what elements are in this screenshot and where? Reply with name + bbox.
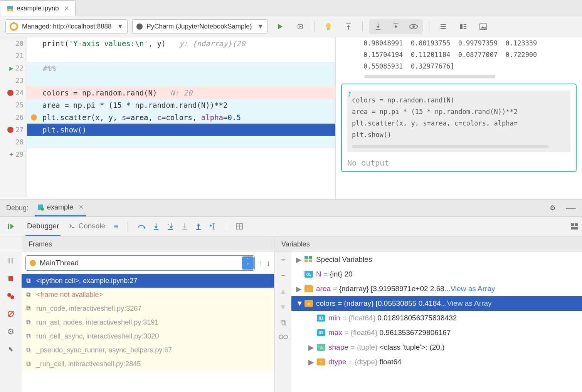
int-badge: 01: [317, 329, 325, 336]
frame-row[interactable]: ⧉<ipython cell>, example.ipynb:27: [22, 274, 274, 288]
add-watch-icon[interactable]: +: [281, 255, 286, 264]
code-editor[interactable]: print('Y-axis values:\n', y) y: {ndarray…: [27, 37, 335, 199]
mute-breakpoints-button[interactable]: [5, 308, 16, 319]
svg-text:IP: IP: [9, 9, 11, 11]
list-view-button[interactable]: [436, 19, 451, 34]
layout-icon[interactable]: [570, 223, 578, 230]
step-into-my-icon[interactable]: [167, 223, 174, 230]
minimize-icon[interactable]: —: [566, 202, 576, 214]
next-frame-icon[interactable]: ↓: [266, 259, 270, 268]
up-icon[interactable]: ▲: [279, 287, 287, 296]
line-num: 21: [16, 52, 24, 60]
frame-row[interactable]: ⧉_pseudo_sync_runner, async_helpers.py:6…: [22, 343, 274, 357]
var-row[interactable]: ▶≡dtype = {dtype} float64: [291, 355, 582, 369]
expand-icon[interactable]: ▶: [296, 285, 301, 293]
resume-button[interactable]: [7, 223, 15, 230]
svg-point-60: [7, 293, 11, 297]
glasses-icon[interactable]: [279, 334, 288, 340]
lightbulb-button[interactable]: [321, 19, 336, 34]
image-button[interactable]: [476, 19, 491, 34]
pause-button[interactable]: [5, 255, 16, 266]
run-cell-button[interactable]: [272, 19, 288, 34]
preview-cell[interactable]: ⤴ colors = np.random.rand(N) area = np.p…: [341, 84, 577, 172]
var-row[interactable]: ▶Special Variables: [291, 252, 582, 267]
expand-icon[interactable]: ▶: [308, 358, 314, 367]
kernel-dropdown[interactable]: PyCharm (JupyterNotebookSample) ▼: [132, 19, 268, 34]
svg-rect-69: [309, 256, 312, 259]
file-tabs: IP example.ipynb ×: [0, 0, 582, 16]
breakpoint-icon[interactable]: [7, 90, 13, 96]
view-as-array-link[interactable]: ...View as Array: [441, 299, 492, 307]
server-label: Managed: http://localhost:8888: [22, 23, 112, 30]
run-to-cursor-icon[interactable]: [209, 223, 217, 230]
chevron-down-icon: ▼: [117, 23, 124, 30]
gutter: 20 21 ▶22 23 24 25 26 27 28 +29: [0, 37, 27, 199]
evaluate-icon[interactable]: [235, 223, 243, 230]
force-step-icon[interactable]: [181, 223, 188, 230]
line-num: 23: [16, 77, 24, 84]
add-cell-icon[interactable]: +: [9, 151, 13, 158]
frame-icon: ⧉: [26, 347, 33, 353]
console-icon: [69, 223, 75, 229]
preview-button[interactable]: [406, 19, 421, 34]
close-icon[interactable]: ×: [64, 3, 69, 13]
up-arrow-button[interactable]: [388, 19, 404, 34]
frame-row[interactable]: ⧉<frame not available>: [22, 288, 274, 302]
separator: [128, 221, 128, 232]
debugger-tab[interactable]: Debugger: [25, 217, 61, 236]
step-out-icon[interactable]: [195, 223, 202, 230]
scrollbar[interactable]: [352, 145, 549, 148]
step-over-icon[interactable]: [137, 223, 146, 230]
outline-button[interactable]: [456, 19, 471, 34]
step-into-icon[interactable]: [153, 223, 160, 230]
thread-stepper[interactable]: ˄˅: [242, 256, 254, 270]
remove-watch-icon[interactable]: −: [281, 271, 286, 280]
svg-rect-59: [8, 276, 13, 281]
var-row[interactable]: ▼≡colors = {ndarray} [0.05530855 0.4184.…: [291, 296, 582, 311]
svg-rect-22: [460, 24, 463, 29]
settings-button[interactable]: ⚙: [5, 326, 16, 337]
collapse-icon[interactable]: ⤴: [348, 90, 351, 98]
pin-button[interactable]: [5, 344, 16, 355]
var-row[interactable]: 01N = {int} 20: [291, 267, 582, 281]
panels-header: Frames Variables: [0, 236, 582, 252]
down-icon[interactable]: ▼: [279, 303, 287, 312]
threads-icon[interactable]: ≡: [114, 222, 118, 231]
stop-button[interactable]: [5, 273, 16, 284]
expand-icon[interactable]: ▶: [296, 255, 301, 264]
move-down-button[interactable]: [370, 19, 386, 34]
separator: [226, 221, 226, 232]
svg-rect-71: [309, 260, 312, 262]
view-breakpoints-button[interactable]: [5, 291, 16, 302]
no-output-label: No output: [347, 158, 570, 168]
variables-panel: ▶Special Variables 01N = {int} 20 ▶≡area…: [291, 252, 582, 392]
console-tab[interactable]: Console: [67, 217, 107, 236]
close-icon[interactable]: ×: [79, 202, 84, 212]
breakpoint-icon[interactable]: [7, 127, 13, 133]
thread-select[interactable]: MainThread ˄˅: [25, 255, 255, 271]
file-tab-example[interactable]: IP example.ipynb ×: [0, 0, 76, 16]
var-row[interactable]: 01max = {float64} 0.9613536729806167: [291, 325, 582, 340]
scrollbar[interactable]: [364, 75, 495, 78]
prev-frame-icon[interactable]: ↑: [259, 259, 262, 268]
frame-row[interactable]: ⧉run_code, interactiveshell.py:3267: [22, 302, 274, 315]
collapse-icon[interactable]: ▼: [296, 299, 301, 308]
view-as-array-link[interactable]: ...View as Array: [444, 285, 495, 293]
line-num: 20: [16, 40, 24, 47]
thread-name: MainThread: [40, 259, 79, 267]
settings-icon[interactable]: ⚙: [550, 204, 556, 212]
expand-icon[interactable]: ▶: [308, 343, 314, 352]
var-row[interactable]: ▶≡area = {ndarray} [3.91958971e+02 2.68.…: [291, 281, 582, 296]
server-dropdown[interactable]: Managed: http://localhost:8888 ▼: [5, 19, 128, 34]
move-up-button[interactable]: [341, 19, 356, 34]
run-cell-gutter-icon[interactable]: ▶: [9, 64, 13, 72]
array-badge: ≡: [317, 358, 325, 365]
copy-icon[interactable]: ⧉: [281, 318, 286, 327]
var-row[interactable]: 01min = {float64} 0.018918056375838432: [291, 311, 582, 325]
var-row[interactable]: ▶½shape = {tuple} <class 'tuple'>: (20,): [291, 340, 582, 355]
debug-cell-button[interactable]: [293, 19, 308, 34]
frame-row[interactable]: ⧉run_ast_nodes, interactiveshell.py:3191: [22, 315, 274, 329]
frame-row[interactable]: ⧉run_cell_async, interactiveshell.py:302…: [22, 329, 274, 343]
frame-row[interactable]: ⧉_run_cell, interactiveshell.py:2845: [22, 357, 274, 371]
debug-config-tab[interactable]: example ×: [35, 199, 86, 216]
